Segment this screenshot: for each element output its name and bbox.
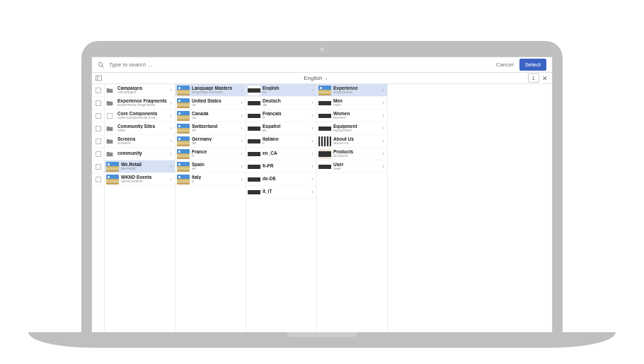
list-item[interactable]: community› [105, 148, 175, 160]
item-title: community [117, 151, 168, 156]
thumbnail [318, 136, 331, 146]
item-title: fr-FR [263, 164, 310, 169]
item-sub: de [192, 141, 239, 146]
list-item[interactable]: Core Componentscore-components-exa...› [105, 110, 175, 122]
list-item[interactable]: Españoles› [246, 122, 316, 135]
thumbnail [248, 98, 260, 108]
chevron-right-icon: › [381, 138, 386, 144]
list-item[interactable]: Italianoit› [246, 135, 316, 148]
list-item[interactable]: Françaisfr› [246, 110, 316, 122]
thumbnail [318, 124, 331, 134]
item-sub: user [333, 167, 381, 171]
row-checkbox[interactable] [92, 97, 104, 110]
column-4: Experienceexperience›Menmen›Womenwomen›E… [317, 84, 388, 335]
list-item[interactable]: Language Masterslanguage-masters› [176, 84, 246, 97]
list-item[interactable]: Equipmentequipment› [317, 122, 387, 135]
chevron-right-icon: › [168, 87, 173, 93]
list-item[interactable]: Switzerlandch› [176, 122, 246, 135]
item-sub: de [263, 103, 310, 107]
row-checkbox[interactable] [92, 173, 104, 186]
chevron-right-icon: › [239, 176, 244, 182]
row-checkbox[interactable] [92, 110, 104, 122]
item-sub: wknd-events [121, 180, 168, 184]
item-sub: women [333, 116, 381, 120]
list-item[interactable]: Experienceexperience› [317, 84, 387, 97]
item-sub: language-masters [192, 90, 239, 95]
select-button[interactable]: Select [519, 59, 546, 71]
column-2: Language Masterslanguage-masters›United … [176, 84, 246, 335]
row-checkbox[interactable] [92, 122, 104, 135]
close-icon[interactable]: ✕ [542, 75, 548, 82]
row-checkbox[interactable] [92, 148, 104, 160]
list-item[interactable]: Womenwomen› [317, 110, 387, 122]
chevron-right-icon: › [239, 125, 244, 131]
miller-columns: Campaignscampaigns›Experience Fragmentse… [92, 84, 552, 335]
item-title: it_IT [263, 189, 310, 194]
chevron-right-icon: › [168, 163, 173, 170]
column-toggle-icon[interactable] [92, 75, 105, 81]
item-title: de-DE [263, 177, 310, 182]
list-item[interactable]: Spaines› [176, 160, 246, 173]
chevron-right-icon: › [310, 100, 315, 106]
thumbnail [177, 111, 190, 121]
list-item[interactable]: de-DE› [246, 173, 316, 186]
list-item[interactable]: Experience Fragmentsexperience-fragments… [105, 97, 175, 110]
list-item[interactable]: United Statesus› [176, 97, 246, 110]
row-checkbox[interactable] [92, 84, 104, 97]
item-sub: core-components-exa... [117, 116, 168, 120]
breadcrumb-label[interactable]: English⌄ [105, 75, 528, 81]
chevron-right-icon: › [310, 112, 315, 119]
laptop-notch [287, 332, 357, 337]
chevron-right-icon: › [310, 151, 315, 157]
cancel-button[interactable]: Cancel [496, 61, 514, 68]
item-sub: campaigns [117, 90, 168, 95]
search-input[interactable] [109, 61, 496, 68]
item-sub: ca [192, 116, 239, 120]
thumbnail [248, 111, 260, 121]
thumbnail [177, 175, 190, 184]
box-icon [106, 112, 115, 120]
chevron-right-icon: › [381, 163, 386, 170]
list-item[interactable]: Englishen› [246, 84, 316, 97]
item-title: en_CA [263, 151, 310, 156]
chevron-down-icon: ⌄ [324, 76, 328, 81]
list-item[interactable]: About Usabout-us› [317, 135, 387, 148]
breadcrumb-bar: English⌄ 1 ✕ [92, 73, 552, 84]
list-item[interactable]: Community Sitessites› [105, 122, 175, 135]
chevron-right-icon: › [310, 163, 315, 170]
chevron-right-icon: › [310, 176, 315, 182]
list-item[interactable]: Canadaca› [176, 110, 246, 122]
list-item[interactable]: Germanyde› [176, 135, 246, 148]
thumbnail [248, 187, 260, 197]
list-item[interactable]: fr-FR› [246, 160, 316, 173]
chevron-right-icon: › [310, 138, 315, 144]
item-sub: fr [263, 116, 310, 120]
list-item[interactable]: en_CA› [246, 148, 316, 160]
list-item[interactable]: Productsproducts› [317, 148, 387, 160]
chevron-right-icon: › [239, 100, 244, 106]
list-item[interactable]: Campaignscampaigns› [105, 84, 175, 97]
row-checkbox[interactable] [92, 135, 104, 148]
thumbnail [248, 149, 260, 159]
row-checkbox[interactable] [92, 160, 104, 173]
list-item[interactable]: Deutschde› [246, 97, 316, 110]
folder-icon [106, 124, 115, 133]
item-sub: it [192, 180, 239, 184]
list-item[interactable]: Francefr› [176, 148, 246, 160]
list-item[interactable]: Useruser› [317, 160, 387, 173]
item-sub: it [263, 141, 310, 146]
top-bar: Cancel Select [92, 57, 552, 73]
chevron-right-icon: › [381, 125, 386, 131]
thumbnail [318, 98, 331, 108]
item-sub: about-us [333, 141, 381, 146]
list-item[interactable]: Menmen› [317, 97, 387, 110]
list-item[interactable]: it_IT› [246, 186, 316, 199]
list-item[interactable]: We.Retailwe-retail› [105, 160, 175, 173]
list-item[interactable]: Italyit› [176, 173, 246, 186]
folder-icon [106, 99, 115, 107]
list-item[interactable]: Screensscreens› [105, 135, 175, 148]
item-sub: products [333, 154, 381, 158]
list-item[interactable]: WKND Eventswknd-events› [105, 173, 175, 186]
search-icon [98, 61, 105, 69]
thumbnail [177, 98, 190, 108]
